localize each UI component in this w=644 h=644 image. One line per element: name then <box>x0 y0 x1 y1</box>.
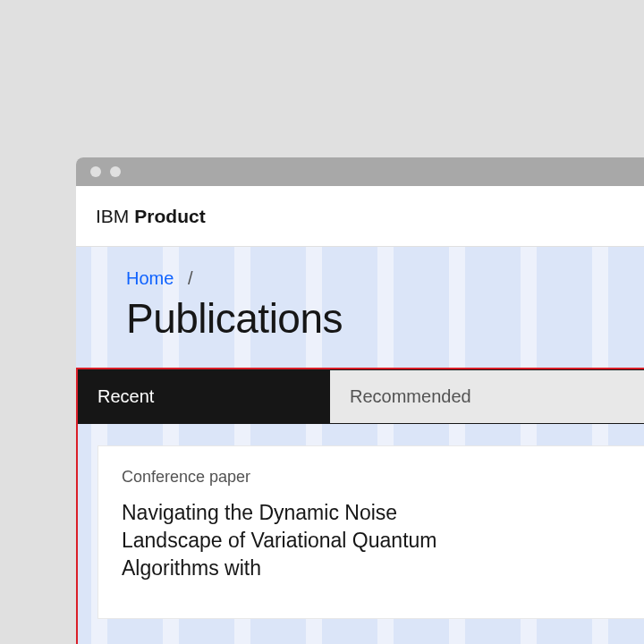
tabs-list: Recent Recommended <box>78 369 644 424</box>
window-control-close[interactable] <box>90 166 101 177</box>
tab-recent[interactable]: Recent <box>78 369 330 423</box>
page-title: Publications <box>76 289 644 368</box>
window-control-minimize[interactable] <box>110 166 121 177</box>
breadcrumb-separator: / <box>188 268 193 288</box>
publication-title: Navigating the Dynamic Noise Landscape o… <box>122 499 462 582</box>
brand-name-bold: Product <box>134 206 205 227</box>
publication-card[interactable]: Conference paper Navigating the Dynamic … <box>97 445 644 619</box>
browser-window: IBM Product Home / Publications Recent R… <box>76 157 644 644</box>
publication-type-label: Conference paper <box>122 468 633 487</box>
tabs-container: Recent Recommended Conference paper Navi… <box>76 368 644 644</box>
window-titlebar <box>76 157 644 186</box>
breadcrumb-home-link[interactable]: Home <box>126 268 174 288</box>
product-header: IBM Product <box>76 186 644 247</box>
brand-name-light: IBM <box>96 206 129 227</box>
breadcrumb: Home / <box>76 247 644 289</box>
tab-recommended[interactable]: Recommended <box>330 369 644 423</box>
page-content: IBM Product Home / Publications Recent R… <box>76 186 644 644</box>
